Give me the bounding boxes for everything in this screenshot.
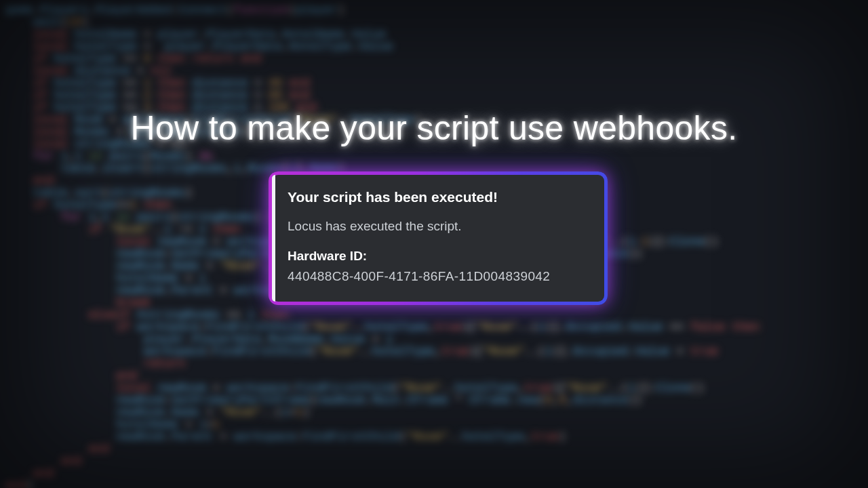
embed-field-value: 440488C8-400F-4171-86FA-11D004839042 [288, 267, 550, 286]
embed-field-name: Hardware ID: [288, 247, 550, 266]
embed-title: Your script has been executed! [288, 187, 550, 207]
page-title: How to make your script use webhooks. [0, 108, 868, 148]
embed-description: Locus has executed the script. [288, 217, 550, 236]
webhook-embed-card: Your script has been executed! Locus has… [269, 171, 608, 305]
